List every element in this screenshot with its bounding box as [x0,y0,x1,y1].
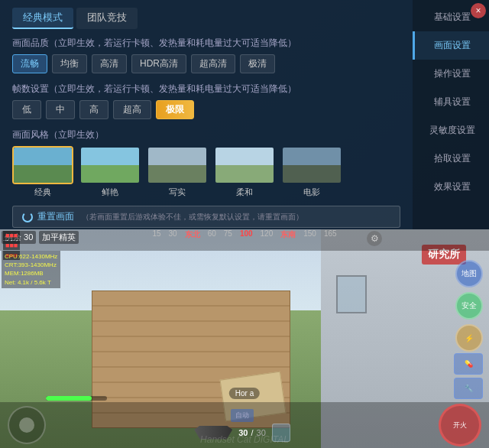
style-fresh-label: 鲜艳 [102,187,118,198]
compass-ne: 东北 [185,229,200,240]
skill-area: 💊 🔧 [454,353,483,399]
settings-main: 经典模式 团队竞技 画面品质（立即生效，若运行卡顿、发热量和耗电量过大可适当降低… [0,0,413,229]
skill-btn-2[interactable]: 🔧 [454,378,483,399]
style-classic[interactable]: 经典 [12,146,73,198]
compass-15: 15 [152,229,160,240]
quality-btn-ultra[interactable]: 超高清 [191,54,235,73]
style-real-label: 写实 [169,187,186,198]
quality-btn-hd[interactable]: 高清 [92,54,127,73]
style-classic-label: 经典 [34,187,51,198]
health-fill [46,396,92,401]
compass-60: 60 [208,229,216,240]
quality-title: 画面品质（立即生效，若运行卡顿、发热量和耗电量过大可适当降低） [12,37,400,50]
compass-bar: 15 30 东北 60 75 100 120 东南 150 165 [152,229,336,240]
reset-label: 重置画面 [37,210,74,223]
action-indicator: Hor a [229,388,260,399]
quality-btn-hdr[interactable]: HDR高清 [131,54,186,73]
sidebar-item-pickup[interactable]: 拾取设置 [413,144,489,173]
skill-btn-1[interactable]: 💊 [454,353,483,375]
sidebar-item-controls[interactable]: 操作设置 [413,60,489,88]
game-viewport: 研究所 例余 30 加平精英 15 30 东北 60 75 100 120 东南… [0,229,489,448]
sidebar-item-graphics[interactable]: 画面设置 [413,31,489,60]
compass-75: 75 [224,229,232,240]
building-window [336,275,367,313]
debug-info: CPU:622-1430MHz CRT:393-1430MHz MEM:1286… [2,251,60,288]
compass-120: 120 [261,229,274,240]
style-fresh[interactable]: 鲜艳 [79,146,141,198]
settings-sidebar: × 基础设置 画面设置 操作设置 辅具设置 灵敏度设置 拾取设置 效果设置 [413,0,489,229]
hud-top: 例余 30 加平精英 15 30 东北 60 75 100 120 东南 150… [0,229,489,251]
kill-item-1: ■■■ [3,231,20,240]
debug-crt: CRT:393-1430MHz [5,261,57,269]
health-bar [46,396,107,401]
style-soft-label: 柔和 [236,187,253,198]
compass-se: 东南 [280,229,296,240]
reset-desc: （若画面重置后游戏体验不佳，或需恢复默认设置，请重置画面） [82,212,303,222]
sidebar-item-accessories[interactable]: 辅具设置 [413,88,489,116]
settings-panel: 经典模式 团队竞技 画面品质（立即生效，若运行卡顿、发热量和耗电量过大可适当降低… [0,0,489,229]
kill-item-2: ■■■ [3,241,20,250]
debug-net: Net: 4.1k / 5.6k T [5,278,57,287]
health-area [46,396,107,401]
mode-tabs: 经典模式 团队竞技 [12,8,400,29]
action-button[interactable]: ⚡ [455,324,483,352]
sidebar-item-effects[interactable]: 效果设置 [413,173,489,201]
compass-165: 165 [324,229,337,240]
compass-150: 150 [303,229,316,240]
bottom-right: 开火 [439,404,481,446]
safe-zone-button[interactable]: 安全 [455,292,483,320]
fps-btn-super[interactable]: 超高 [113,100,151,119]
fps-btn-high[interactable]: 高 [79,100,108,119]
debug-mem: MEM:1286MB [5,269,57,278]
map-button[interactable]: 地图 [455,260,483,287]
style-movie[interactable]: 电影 [281,146,342,198]
fps-title: 帧数设置（立即生效，若运行卡顿、发热量和耗电量过大可适当降低） [12,83,400,96]
joystick[interactable] [8,406,46,444]
fps-btn-mid[interactable]: 中 [46,100,75,119]
right-hud: 地图 安全 ⚡ [455,260,483,352]
compass-100: 100 [240,229,253,240]
auto-fire-toggle[interactable]: 自动 [231,409,254,422]
debug-cpu: CPU:622-1430MHz [5,252,57,261]
style-row: 经典 鲜艳 写实 柔和 [12,146,400,198]
quality-btn-max[interactable]: 极清 [240,54,275,73]
compass-30: 30 [169,229,177,240]
quality-row: 流畅 均衡 高清 HDR高清 超高清 极清 [12,54,400,73]
tab-team[interactable]: 团队竞技 [76,8,138,29]
style-soft[interactable]: 柔和 [214,146,275,198]
quality-btn-smooth[interactable]: 流畅 [12,54,47,73]
style-movie-label: 电影 [303,187,320,198]
close-button[interactable]: × [471,3,486,18]
compass-area: 15 30 东北 60 75 100 120 东南 150 165 [152,229,336,240]
style-real[interactable]: 写实 [147,146,208,198]
fps-btn-extreme[interactable]: 极限 [156,100,194,119]
settings-gear-icon[interactable]: ⚙ [367,231,382,246]
fps-btn-low[interactable]: 低 [12,100,41,119]
joystick-dot [19,417,34,433]
style-title: 画面风格（立即生效） [12,128,400,141]
reset-icon [22,212,33,222]
fire-button[interactable]: 开火 [439,404,481,446]
sidebar-item-sensitivity[interactable]: 灵敏度设置 [413,116,489,144]
reset-button[interactable]: 重置画面 （若画面重置后游戏体验不佳，或需恢复默认设置，请重置画面） [12,206,400,228]
fps-row: 低 中 高 超高 极限 [12,100,400,119]
tab-classic[interactable]: 经典模式 [12,8,73,29]
brand-watermark: Handset Cat DIGITAL [200,434,289,445]
mode-label: 加平精英 [39,231,79,244]
quality-btn-balanced[interactable]: 均衡 [52,54,87,73]
